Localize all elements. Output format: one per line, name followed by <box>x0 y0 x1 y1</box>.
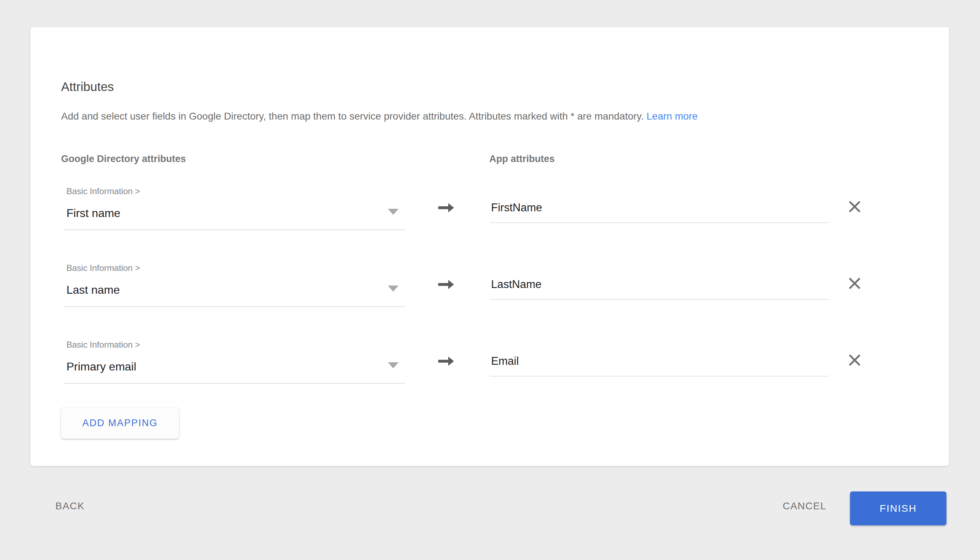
app-attribute-input[interactable] <box>490 197 829 223</box>
remove-mapping-button[interactable] <box>843 349 866 372</box>
cancel-button[interactable]: CANCEL <box>783 500 826 512</box>
directory-attribute-select[interactable]: Basic Information > Last name <box>64 263 405 307</box>
attribute-value-label: First name <box>67 206 120 220</box>
close-icon <box>847 352 863 368</box>
attribute-category-label: Basic Information > <box>67 186 140 197</box>
arrow-right-icon <box>437 202 455 213</box>
back-button[interactable]: BACK <box>55 500 85 512</box>
attribute-category-label: Basic Information > <box>67 263 140 273</box>
close-icon <box>847 199 863 215</box>
caret-down-icon <box>388 209 399 215</box>
caret-down-icon <box>388 362 399 368</box>
close-icon <box>847 275 863 291</box>
description: Add and select user fields in Google Dir… <box>61 110 698 123</box>
attribute-mapping-page: Attributes Add and select user fields in… <box>0 0 980 560</box>
learn-more-link[interactable]: Learn more <box>646 111 698 122</box>
remove-mapping-button[interactable] <box>843 272 866 295</box>
arrow-right-icon <box>437 279 455 290</box>
mapping-row: Basic Information > Last name <box>64 263 871 323</box>
column-header-google-directory: Google Directory attributes <box>61 153 186 165</box>
mapping-row: Basic Information > Primary email <box>64 340 871 400</box>
description-text: Add and select user fields in Google Dir… <box>61 111 644 122</box>
caret-down-icon <box>388 285 399 292</box>
add-mapping-button[interactable]: ADD MAPPING <box>61 407 179 438</box>
app-attribute-input[interactable] <box>490 273 829 300</box>
column-header-app: App attributes <box>489 153 555 165</box>
mapping-row: Basic Information > First name <box>64 186 871 247</box>
app-attribute-input[interactable] <box>490 350 829 377</box>
page-title: Attributes <box>61 79 114 94</box>
attribute-category-label: Basic Information > <box>67 340 140 350</box>
remove-mapping-button[interactable] <box>843 195 866 218</box>
attribute-value-label: Primary email <box>67 359 137 374</box>
finish-button[interactable]: FINISH <box>850 492 947 525</box>
arrow-right-icon <box>437 356 455 367</box>
directory-attribute-select[interactable]: Basic Information > First name <box>64 186 405 230</box>
attribute-value-label: Last name <box>67 283 120 297</box>
attributes-card: Attributes Add and select user fields in… <box>30 27 949 466</box>
directory-attribute-select[interactable]: Basic Information > Primary email <box>64 340 405 384</box>
